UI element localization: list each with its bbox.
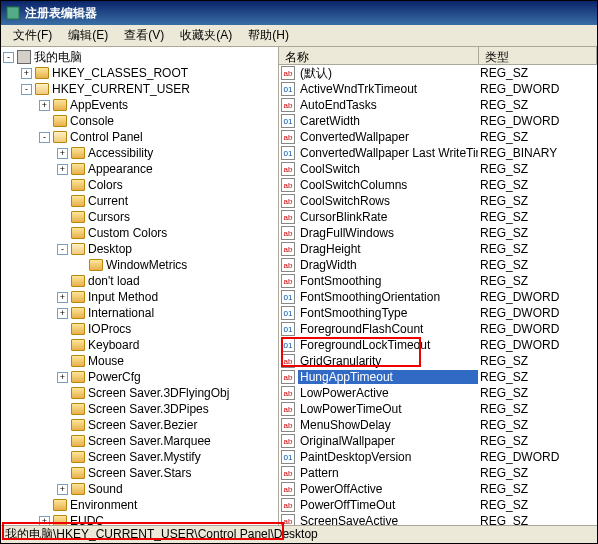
svg-rect-0 — [7, 7, 19, 19]
tree-node[interactable]: don't load — [3, 273, 276, 289]
registry-value-row[interactable]: 01CaretWidthREG_DWORD — [279, 113, 597, 129]
tree-node[interactable]: +EUDC — [3, 513, 276, 525]
reg-sz-icon: ab — [281, 242, 295, 256]
registry-value-row[interactable]: abCursorBlinkRateREG_SZ — [279, 209, 597, 225]
reg-sz-icon: ab — [281, 66, 295, 80]
folder-icon — [71, 387, 85, 399]
registry-value-row[interactable]: 01FontSmoothingOrientationREG_DWORD — [279, 289, 597, 305]
tree-root-node[interactable]: -我的电脑 — [3, 49, 276, 65]
menu-view[interactable]: 查看(V) — [116, 25, 172, 46]
tree-node[interactable]: Mouse — [3, 353, 276, 369]
tree-node[interactable]: +International — [3, 305, 276, 321]
tree-node[interactable]: +Appearance — [3, 161, 276, 177]
registry-value-row[interactable]: abMenuShowDelayREG_SZ — [279, 417, 597, 433]
value-name: (默认) — [298, 65, 478, 82]
registry-value-row[interactable]: abConvertedWallpaperREG_SZ — [279, 129, 597, 145]
tree-node[interactable]: Screen Saver.Bezier — [3, 417, 276, 433]
tree-node[interactable]: -HKEY_CURRENT_USER — [3, 81, 276, 97]
registry-value-row[interactable]: abFontSmoothingREG_SZ — [279, 273, 597, 289]
registry-value-row[interactable]: abPowerOffTimeOutREG_SZ — [279, 497, 597, 513]
expander-icon[interactable]: + — [57, 308, 68, 319]
tree-panel[interactable]: -我的电脑+HKEY_CLASSES_ROOT-HKEY_CURRENT_USE… — [1, 47, 279, 525]
registry-value-row[interactable]: abHungAppTimeoutREG_SZ — [279, 369, 597, 385]
registry-value-row[interactable]: 01ForegroundLockTimeoutREG_DWORD — [279, 337, 597, 353]
registry-value-row[interactable]: abLowPowerActiveREG_SZ — [279, 385, 597, 401]
registry-value-row[interactable]: abDragFullWindowsREG_SZ — [279, 225, 597, 241]
tree-node[interactable]: Screen Saver.Stars — [3, 465, 276, 481]
registry-value-row[interactable]: abPowerOffActiveREG_SZ — [279, 481, 597, 497]
expander-icon[interactable]: + — [39, 516, 50, 526]
registry-value-row[interactable]: abCoolSwitchRowsREG_SZ — [279, 193, 597, 209]
registry-value-row[interactable]: 01PaintDesktopVersionREG_DWORD — [279, 449, 597, 465]
menu-favorites[interactable]: 收藏夹(A) — [172, 25, 240, 46]
expander-icon[interactable]: - — [39, 132, 50, 143]
registry-value-row[interactable]: 01FontSmoothingTypeREG_DWORD — [279, 305, 597, 321]
registry-value-row[interactable]: 01ConvertedWallpaper Last WriteTimeREG_B… — [279, 145, 597, 161]
tree-label: IOProcs — [88, 322, 131, 336]
registry-value-row[interactable]: 01ActiveWndTrkTimeoutREG_DWORD — [279, 81, 597, 97]
tree-node[interactable]: +Input Method — [3, 289, 276, 305]
tree-label: HKEY_CLASSES_ROOT — [52, 66, 188, 80]
menu-file[interactable]: 文件(F) — [5, 25, 60, 46]
tree-node[interactable]: WindowMetrics — [3, 257, 276, 273]
tree-node[interactable]: Screen Saver.Marquee — [3, 433, 276, 449]
folder-icon — [89, 259, 103, 271]
registry-value-row[interactable]: abPatternREG_SZ — [279, 465, 597, 481]
tree-node[interactable]: +Accessibility — [3, 145, 276, 161]
expander-icon[interactable]: + — [39, 100, 50, 111]
tree-node[interactable]: Environment — [3, 497, 276, 513]
folder-icon — [71, 243, 85, 255]
value-type: REG_BINARY — [478, 146, 595, 160]
menu-edit[interactable]: 编辑(E) — [60, 25, 116, 46]
tree-node[interactable]: +HKEY_CLASSES_ROOT — [3, 65, 276, 81]
registry-value-row[interactable]: abGridGranularityREG_SZ — [279, 353, 597, 369]
tree-node[interactable]: +AppEvents — [3, 97, 276, 113]
registry-value-row[interactable]: abDragHeightREG_SZ — [279, 241, 597, 257]
tree-node[interactable]: Keyboard — [3, 337, 276, 353]
registry-value-row[interactable]: abScreenSaveActiveREG_SZ — [279, 513, 597, 525]
tree-node[interactable]: Console — [3, 113, 276, 129]
tree-node[interactable]: Screen Saver.3DFlyingObj — [3, 385, 276, 401]
value-name: FontSmoothingOrientation — [298, 290, 478, 304]
menu-help[interactable]: 帮助(H) — [240, 25, 297, 46]
registry-value-row[interactable]: abLowPowerTimeOutREG_SZ — [279, 401, 597, 417]
expander-icon[interactable]: - — [21, 84, 32, 95]
registry-value-row[interactable]: abCoolSwitchREG_SZ — [279, 161, 597, 177]
expander-icon[interactable]: - — [3, 52, 14, 63]
expander-icon[interactable]: + — [57, 484, 68, 495]
tree-node[interactable]: Current — [3, 193, 276, 209]
tree-node[interactable]: Cursors — [3, 209, 276, 225]
header-name[interactable]: 名称 — [279, 47, 479, 64]
expander-icon[interactable]: + — [57, 292, 68, 303]
value-type: REG_DWORD — [478, 114, 595, 128]
value-name: ConvertedWallpaper Last WriteTime — [298, 146, 478, 160]
list-panel[interactable]: 名称 类型 ab(默认)REG_SZ01ActiveWndTrkTimeoutR… — [279, 47, 597, 525]
expander-icon[interactable]: + — [57, 164, 68, 175]
status-path: 我的电脑\HKEY_CURRENT_USER\Control Panel\Des… — [5, 526, 318, 543]
tree-label: don't load — [88, 274, 140, 288]
tree-node[interactable]: Colors — [3, 177, 276, 193]
tree-node[interactable]: Screen Saver.3DPipes — [3, 401, 276, 417]
expander-icon[interactable]: + — [21, 68, 32, 79]
expander-icon[interactable]: - — [57, 244, 68, 255]
tree-node[interactable]: -Control Panel — [3, 129, 276, 145]
registry-value-row[interactable]: ab(默认)REG_SZ — [279, 65, 597, 81]
tree-node[interactable]: IOProcs — [3, 321, 276, 337]
registry-value-row[interactable]: 01ForegroundFlashCountREG_DWORD — [279, 321, 597, 337]
value-type: REG_DWORD — [478, 450, 595, 464]
registry-value-row[interactable]: abCoolSwitchColumnsREG_SZ — [279, 177, 597, 193]
tree-node[interactable]: Custom Colors — [3, 225, 276, 241]
folder-icon — [71, 291, 85, 303]
header-type[interactable]: 类型 — [479, 47, 597, 64]
registry-value-row[interactable]: abAutoEndTasksREG_SZ — [279, 97, 597, 113]
value-name: ActiveWndTrkTimeout — [298, 82, 478, 96]
reg-sz-icon: ab — [281, 370, 295, 384]
tree-node[interactable]: Screen Saver.Mystify — [3, 449, 276, 465]
registry-value-row[interactable]: abDragWidthREG_SZ — [279, 257, 597, 273]
tree-node[interactable]: +Sound — [3, 481, 276, 497]
tree-node[interactable]: -Desktop — [3, 241, 276, 257]
tree-node[interactable]: +PowerCfg — [3, 369, 276, 385]
expander-icon[interactable]: + — [57, 372, 68, 383]
expander-icon[interactable]: + — [57, 148, 68, 159]
registry-value-row[interactable]: abOriginalWallpaperREG_SZ — [279, 433, 597, 449]
